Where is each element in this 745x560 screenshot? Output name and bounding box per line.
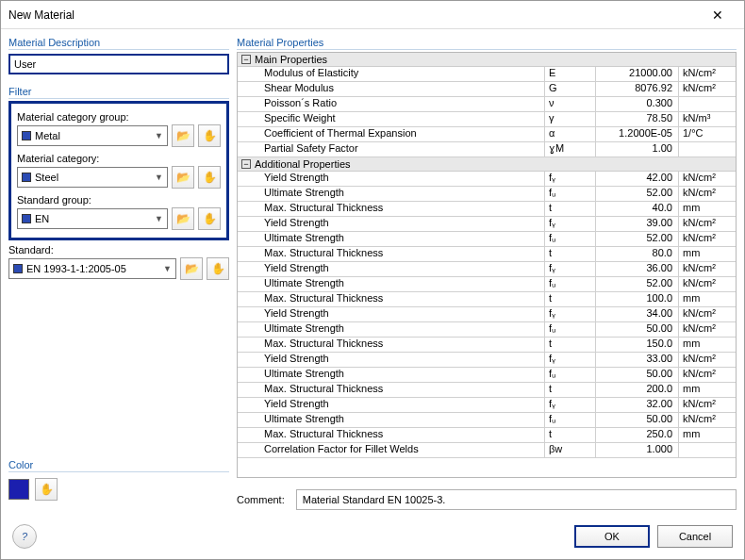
- property-name: Poisson´s Ratio: [238, 97, 545, 111]
- property-value[interactable]: 1.00: [596, 142, 679, 156]
- property-name: Shear Modulus: [238, 82, 545, 96]
- property-value[interactable]: 100.0: [596, 292, 679, 306]
- property-value[interactable]: 21000.00: [596, 67, 679, 81]
- open-library-button[interactable]: 📂: [172, 207, 194, 230]
- property-value[interactable]: 52.00: [596, 187, 679, 201]
- category-label: Material category:: [17, 153, 221, 164]
- property-name: Ultimate Strength: [238, 322, 545, 337]
- color-group-label: Color: [8, 459, 229, 472]
- property-value[interactable]: 40.0: [596, 202, 679, 216]
- pick-button[interactable]: ✋: [198, 207, 221, 230]
- dialog-footer: ? OK Cancel: [1, 514, 744, 559]
- property-row: Yield Strengthfᵧ42.00kN/cm²: [238, 172, 736, 187]
- collapse-icon[interactable]: −: [241, 55, 251, 64]
- property-value[interactable]: 1.2000E-05: [596, 127, 679, 141]
- property-name: Correlation Factor for Fillet Welds: [238, 443, 545, 457]
- properties-table: − Main Properties Modulus of ElasticityE…: [237, 52, 737, 478]
- property-value[interactable]: 50.00: [596, 413, 679, 427]
- description-group-label: Material Description: [8, 37, 229, 50]
- open-library-button[interactable]: 📂: [172, 124, 194, 147]
- property-name: Max. Structural Thickness: [238, 428, 545, 442]
- pick-button[interactable]: ✋: [207, 257, 229, 280]
- category-group-label: Material category group:: [17, 111, 221, 123]
- property-value[interactable]: 50.00: [596, 368, 679, 382]
- property-row: Yield Strengthfᵧ33.00kN/cm²: [238, 353, 736, 368]
- close-icon[interactable]: ✕: [699, 8, 737, 23]
- property-unit: kN/cm²: [679, 353, 736, 367]
- pick-button[interactable]: ✋: [198, 166, 221, 189]
- open-library-button[interactable]: 📂: [172, 166, 194, 189]
- property-row: Yield Strengthfᵧ32.00kN/cm²: [238, 398, 736, 413]
- property-row: Correlation Factor for Fillet Weldsβw1.0…: [238, 443, 736, 458]
- property-unit: mm: [679, 428, 736, 442]
- property-value[interactable]: 52.00: [596, 232, 679, 246]
- property-value[interactable]: 34.00: [596, 307, 679, 321]
- property-value[interactable]: 52.00: [596, 277, 679, 291]
- main-properties-header[interactable]: − Main Properties: [238, 53, 736, 67]
- property-name: Ultimate Strength: [238, 368, 545, 382]
- category-group-combo[interactable]: Metal ▼: [17, 125, 168, 146]
- property-value[interactable]: 32.00: [596, 398, 679, 412]
- property-row: Yield Strengthfᵧ34.00kN/cm²: [238, 307, 736, 322]
- property-value[interactable]: 78.50: [596, 112, 679, 126]
- property-row: Ultimate Strengthfᵤ50.00kN/cm²: [238, 413, 736, 428]
- property-row: Ultimate Strengthfᵤ50.00kN/cm²: [238, 322, 736, 338]
- property-name: Yield Strength: [238, 353, 545, 367]
- property-row: Specific Weightγ78.50kN/m³: [238, 112, 736, 127]
- swatch-icon: [22, 214, 31, 223]
- filter-highlight-box: Material category group: Metal ▼ 📂 ✋ Mat…: [8, 101, 229, 240]
- property-value[interactable]: 250.0: [596, 428, 679, 442]
- property-value[interactable]: 42.00: [596, 172, 679, 186]
- ok-button[interactable]: OK: [574, 525, 650, 548]
- cancel-button[interactable]: Cancel: [657, 525, 733, 548]
- property-symbol: t: [545, 338, 596, 352]
- property-unit: mm: [679, 247, 736, 261]
- property-name: Max. Structural Thickness: [238, 247, 545, 261]
- property-name: Ultimate Strength: [238, 187, 545, 201]
- color-swatch[interactable]: [8, 479, 29, 500]
- help-button[interactable]: ?: [12, 524, 37, 549]
- section-title: Additional Properties: [255, 158, 351, 170]
- property-unit: kN/cm²: [679, 262, 736, 276]
- property-unit: kN/cm²: [679, 82, 736, 96]
- property-symbol: fᵤ: [545, 232, 596, 246]
- pick-button[interactable]: ✋: [198, 124, 221, 147]
- property-symbol: γ: [545, 112, 596, 126]
- chevron-down-icon: ▼: [155, 173, 163, 182]
- open-library-button[interactable]: 📂: [180, 257, 203, 280]
- chevron-down-icon: ▼: [155, 214, 163, 223]
- color-picker-button[interactable]: ✋: [35, 478, 58, 501]
- property-name: Yield Strength: [238, 262, 545, 276]
- property-name: Max. Structural Thickness: [238, 292, 545, 306]
- property-symbol: t: [545, 247, 596, 261]
- property-value[interactable]: 200.0: [596, 383, 679, 397]
- property-name: Max. Structural Thickness: [238, 338, 545, 352]
- property-unit: [679, 443, 736, 457]
- property-value[interactable]: 0.300: [596, 97, 679, 111]
- property-symbol: t: [545, 202, 596, 216]
- property-value[interactable]: 150.0: [596, 338, 679, 352]
- property-unit: mm: [679, 383, 736, 397]
- swatch-icon: [22, 131, 31, 140]
- property-row: Ultimate Strengthfᵤ50.00kN/cm²: [238, 368, 736, 383]
- collapse-icon[interactable]: −: [241, 159, 251, 169]
- standard-label: Standard:: [8, 244, 229, 255]
- property-value[interactable]: 1.000: [596, 443, 679, 457]
- property-symbol: α: [545, 127, 596, 141]
- property-row: Ultimate Strengthfᵤ52.00kN/cm²: [238, 277, 736, 292]
- property-value[interactable]: 39.00: [596, 217, 679, 231]
- standard-combo[interactable]: EN 1993-1-1:2005-05 ▼: [8, 258, 176, 279]
- comment-input[interactable]: [296, 489, 737, 510]
- property-name: Max. Structural Thickness: [238, 383, 545, 397]
- property-row: Modulus of ElasticityE21000.00kN/cm²: [238, 67, 736, 82]
- material-description-input[interactable]: [8, 54, 229, 74]
- property-value[interactable]: 80.0: [596, 247, 679, 261]
- additional-properties-header[interactable]: − Additional Properties: [238, 157, 736, 172]
- property-value[interactable]: 36.00: [596, 262, 679, 276]
- property-value[interactable]: 50.00: [596, 322, 679, 337]
- property-value[interactable]: 33.00: [596, 353, 679, 367]
- property-value[interactable]: 8076.92: [596, 82, 679, 96]
- property-name: Yield Strength: [238, 307, 545, 321]
- standard-group-combo[interactable]: EN ▼: [17, 208, 168, 229]
- category-combo[interactable]: Steel ▼: [17, 167, 168, 188]
